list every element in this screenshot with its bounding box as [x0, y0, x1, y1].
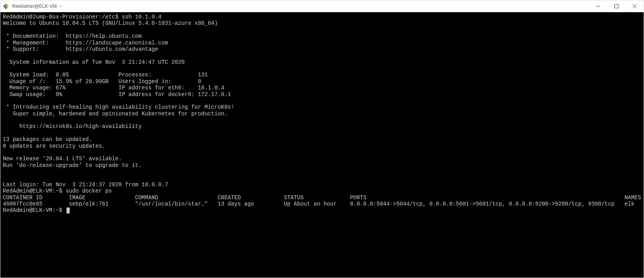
app-icon [3, 3, 9, 9]
terminal-line: Super simple, hardened and opinionated K… [3, 111, 228, 117]
terminal-line: Last login: Tue Nov 3 21:24:37 2020 from… [3, 182, 168, 188]
terminal-line: Run 'do-release-upgrade' to upgrade to i… [3, 162, 142, 169]
maximize-button[interactable] [607, 0, 625, 12]
terminal-line: * Management: https://landscape.canonica… [3, 40, 168, 46]
terminal-line: https://microk8s.io/high-availability [3, 123, 142, 130]
terminal-line: * Documentation: https://help.ubuntu.com [3, 33, 142, 39]
terminal-line: RedAdmin@ELK-VM:~$ sudo docker ps [3, 188, 112, 194]
window-controls [589, 0, 644, 12]
terminal-line: 13 packages can be updated. [3, 136, 92, 143]
svg-rect-6 [615, 4, 618, 8]
terminal-line: Memory usage: 67% IP address for eth0: 1… [3, 85, 224, 91]
minimize-button[interactable] [589, 0, 607, 12]
terminal-line: * Support: https://ubuntu.com/advantage [3, 46, 158, 52]
terminal-line: Welcome to Ubuntu 18.04.5 LTS (GNU/Linux… [3, 20, 218, 26]
terminal-line: * Introducing self-healing high availabi… [3, 104, 234, 110]
terminal-window: RedAdmin@ELK-VM: ~ RedAdmin@Jump-Box-Pro… [0, 0, 644, 278]
docker-header: CONTAINER ID IMAGE COMMAND CREATED STATU… [3, 195, 641, 201]
terminal-line: RedAdmin@Jump-Box-Provisioner:/etc$ ssh … [3, 14, 161, 20]
titlebar[interactable]: RedAdmin@ELK-VM: ~ [0, 0, 644, 12]
terminal-prompt: RedAdmin@ELK-VM:~$ [3, 207, 66, 213]
terminal-line: System information as of Tue Nov 3 21:24… [3, 59, 185, 65]
terminal-line: 0 updates are security updates. [3, 143, 105, 149]
terminal-body[interactable]: RedAdmin@Jump-Box-Provisioner:/etc$ ssh … [0, 12, 644, 278]
close-button[interactable] [625, 0, 644, 12]
terminal-line: New release '20.04.1 LTS' available. [3, 156, 122, 162]
terminal-line: Swap usage: 0% IP address for docker0: 1… [3, 91, 231, 98]
window-title: RedAdmin@ELK-VM: ~ [12, 4, 62, 9]
terminal-line: System load: 0.05 Processes: 131 [3, 72, 208, 78]
docker-row: 46007fcc0e65 sebp/elk:761 "/usr/local/bi… [3, 201, 635, 207]
cursor [67, 208, 70, 213]
terminal-line: Usage of /: 15.9% of 28.90GB Users logge… [3, 78, 201, 85]
